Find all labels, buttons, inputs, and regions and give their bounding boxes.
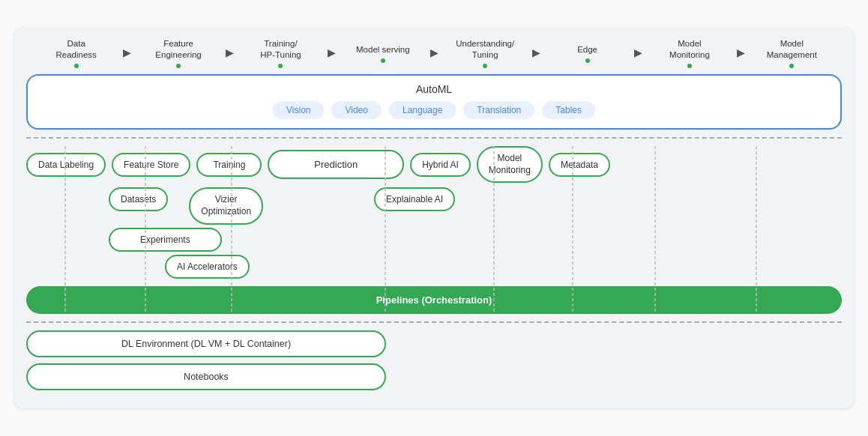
automl-pill-video: Video — [331, 101, 381, 119]
node-feature-store: Feature Store — [112, 153, 190, 177]
arrow-6: ▶ — [634, 46, 642, 58]
node-notebooks: Notebooks — [26, 363, 386, 390]
step-dot — [278, 64, 283, 68]
nodes-row-3: Experiments — [26, 228, 842, 252]
automl-title: AutoML — [40, 83, 828, 95]
pipeline-header: Data Readiness ▶ Feature Engineering ▶ T… — [14, 28, 854, 74]
step-dot — [789, 64, 794, 68]
step-dot — [74, 64, 79, 68]
node-datasets: Datasets — [109, 187, 168, 211]
node-dl-environment: DL Environment (DL VM + DL Container) — [26, 330, 386, 357]
arrow-3: ▶ — [328, 46, 336, 58]
node-model-monitoring: ModelMonitoring — [477, 146, 543, 183]
step-training: Training/ HP-Tuning — [234, 38, 328, 68]
automl-pill-translation: Translation — [463, 101, 534, 119]
dashed-separator-2 — [26, 321, 842, 323]
arrow-2: ▶ — [226, 46, 234, 58]
node-data-labeling: Data Labeling — [26, 153, 106, 177]
node-explainable-ai: Explainable AI — [374, 187, 455, 211]
step-edge: Edge — [540, 44, 634, 63]
automl-section: AutoML Vision Video Language Translation… — [26, 74, 842, 130]
dashed-separator-1 — [26, 137, 842, 139]
step-dot — [176, 64, 181, 68]
step-feature-engineering: Feature Engineering — [131, 38, 225, 68]
node-hybrid-ai: Hybrid AI — [410, 153, 471, 177]
nodes-row-2: Datasets VizierOptimization Explainable … — [26, 187, 842, 224]
diagram-inner: Data Labeling Feature Store Training Pre… — [14, 146, 854, 313]
arrow-4: ▶ — [430, 46, 438, 58]
automl-pill-language: Language — [389, 101, 456, 119]
nodes-row-1: Data Labeling Feature Store Training Pre… — [26, 146, 842, 183]
step-dot — [585, 58, 590, 63]
bottom-section: DL Environment (DL VM + DL Container) No… — [14, 330, 854, 390]
node-ai-accelerators: AI Accelerators — [165, 255, 250, 279]
node-vizier: VizierOptimization — [189, 187, 263, 224]
node-experiments: Experiments — [109, 228, 222, 252]
arrow-1: ▶ — [123, 46, 131, 58]
step-model-monitoring: Model Monitoring — [642, 38, 736, 68]
diagram-container: Data Readiness ▶ Feature Engineering ▶ T… — [14, 28, 854, 408]
arrow-5: ▶ — [532, 46, 540, 58]
step-model-serving: Model serving — [336, 44, 430, 63]
step-understanding: Understanding/ Tuning — [438, 38, 532, 68]
automl-pills: Vision Video Language Translation Tables — [40, 101, 828, 119]
node-metadata: Metadata — [549, 153, 610, 177]
pipelines-bar: Pipelines (Orchestration) — [26, 286, 842, 314]
arrow-7: ▶ — [737, 46, 745, 58]
step-dot — [381, 58, 385, 63]
nodes-row-4: AI Accelerators — [26, 255, 842, 279]
node-training: Training — [196, 153, 262, 177]
node-prediction: Prediction — [268, 150, 404, 179]
step-dot — [687, 64, 692, 68]
automl-pill-vision: Vision — [273, 101, 324, 119]
step-dot — [483, 64, 487, 68]
automl-pill-tables: Tables — [542, 101, 595, 119]
step-model-management: Model Management — [745, 38, 839, 68]
step-data-readiness: Data Readiness — [29, 38, 123, 68]
